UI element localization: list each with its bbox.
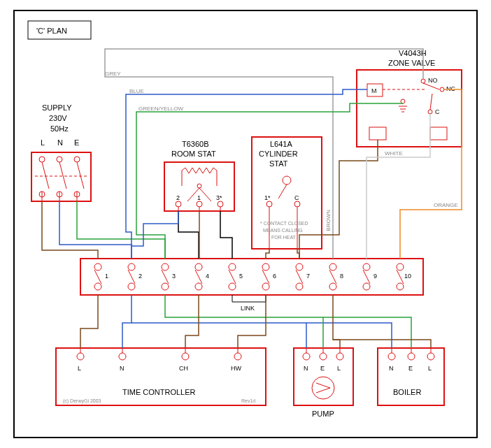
svg-text:4: 4 xyxy=(206,273,209,280)
pump-block: N E L PUMP xyxy=(294,348,353,418)
svg-point-30 xyxy=(176,201,181,207)
svg-text:10: 10 xyxy=(404,273,411,280)
svg-point-94 xyxy=(296,283,303,290)
svg-point-90 xyxy=(262,263,269,270)
svg-point-123 xyxy=(234,353,241,360)
svg-point-45 xyxy=(266,201,272,207)
supply-block: SUPPLY 230V 50Hz L N E xyxy=(31,103,91,201)
svg-point-93 xyxy=(296,263,303,270)
svg-point-76 xyxy=(94,283,101,290)
svg-line-89 xyxy=(229,270,236,284)
svg-text:(c) DerwyGi 2003: (c) DerwyGi 2003 xyxy=(63,398,101,404)
svg-point-96 xyxy=(329,263,336,270)
cylinder-stat-block: L641A CYLINDER STAT 1* C * CONTACT CLOSE… xyxy=(252,137,322,249)
svg-text:C: C xyxy=(294,194,299,201)
room-stat-block: T6360B ROOM STAT 2 1 3* xyxy=(164,140,234,211)
svg-text:2: 2 xyxy=(176,194,180,201)
svg-point-79 xyxy=(128,283,135,290)
svg-line-17 xyxy=(77,162,84,189)
boiler-block: N E L BOILER xyxy=(378,348,444,405)
svg-point-75 xyxy=(94,263,101,270)
svg-line-15 xyxy=(42,162,49,189)
svg-point-73 xyxy=(401,99,405,103)
svg-point-10 xyxy=(57,157,62,162)
svg-point-82 xyxy=(162,283,169,290)
svg-text:FOR HEAT: FOR HEAT xyxy=(271,235,297,240)
svg-text:8: 8 xyxy=(340,273,343,280)
svg-line-92 xyxy=(262,270,269,284)
svg-text:BLUE: BLUE xyxy=(129,88,144,94)
svg-point-81 xyxy=(162,263,169,270)
svg-text:NC: NC xyxy=(446,85,455,92)
svg-text:E: E xyxy=(74,138,79,147)
svg-point-65 xyxy=(428,110,432,114)
svg-text:T6360B: T6360B xyxy=(182,140,209,148)
svg-point-43 xyxy=(283,176,291,185)
svg-point-149 xyxy=(408,353,415,360)
svg-text:WHITE: WHITE xyxy=(385,150,403,157)
svg-point-84 xyxy=(195,263,202,270)
svg-line-80 xyxy=(128,270,135,284)
svg-text:7: 7 xyxy=(306,273,310,280)
svg-point-9 xyxy=(39,157,45,162)
svg-text:5: 5 xyxy=(239,273,243,280)
svg-text:V4043H: V4043H xyxy=(399,49,427,57)
svg-rect-56 xyxy=(357,70,462,147)
svg-point-99 xyxy=(363,263,370,270)
svg-text:50Hz: 50Hz xyxy=(50,124,69,133)
svg-line-29 xyxy=(199,188,211,201)
svg-text:L: L xyxy=(78,365,81,372)
svg-text:M: M xyxy=(371,87,377,94)
svg-text:TIME CONTROLLER: TIME CONTROLLER xyxy=(122,388,196,396)
svg-text:L: L xyxy=(428,365,432,372)
time-controller-block: L N CH HW TIME CONTROLLER (c) DerwyGi 20… xyxy=(56,348,266,405)
svg-text:3: 3 xyxy=(172,273,176,280)
svg-line-67 xyxy=(430,94,432,110)
svg-text:NO: NO xyxy=(428,77,438,84)
svg-point-120 xyxy=(77,353,84,360)
svg-rect-68 xyxy=(369,127,386,140)
svg-line-77 xyxy=(94,270,101,284)
svg-text:6: 6 xyxy=(273,273,276,280)
svg-line-86 xyxy=(195,270,202,284)
svg-text:* CONTACT CLOSED: * CONTACT CLOSED xyxy=(260,221,308,226)
svg-text:N: N xyxy=(304,365,308,372)
svg-point-148 xyxy=(388,353,395,360)
svg-text:C: C xyxy=(435,108,440,115)
svg-text:STAT: STAT xyxy=(269,159,288,168)
svg-rect-24 xyxy=(164,162,234,211)
svg-text:MEANS CALLING: MEANS CALLING xyxy=(263,228,303,233)
svg-point-88 xyxy=(229,283,236,290)
svg-text:230V: 230V xyxy=(49,114,67,122)
svg-point-102 xyxy=(397,263,404,270)
svg-text:L: L xyxy=(337,365,341,372)
svg-text:E: E xyxy=(408,365,413,372)
svg-text:1: 1 xyxy=(197,194,201,201)
svg-text:ROOM STAT: ROOM STAT xyxy=(171,150,216,158)
svg-text:ORANGE: ORANGE xyxy=(434,202,458,208)
svg-rect-69 xyxy=(430,127,447,140)
svg-point-85 xyxy=(195,283,202,290)
svg-text:N: N xyxy=(57,138,63,147)
diagram-canvas: 'C' PLAN SUPPLY 230V 50Hz L N E T6360B R… xyxy=(0,0,491,448)
svg-point-27 xyxy=(197,184,201,188)
svg-text:1*: 1* xyxy=(264,194,271,201)
svg-text:GREY: GREY xyxy=(105,71,121,77)
svg-text:BOILER: BOILER xyxy=(393,388,421,396)
svg-text:ZONE VALVE: ZONE VALVE xyxy=(388,59,435,67)
svg-text:1: 1 xyxy=(105,273,108,280)
svg-point-78 xyxy=(128,263,135,270)
svg-point-60 xyxy=(421,79,425,83)
svg-point-46 xyxy=(294,201,300,207)
svg-point-97 xyxy=(329,283,336,290)
zone-valve-block: V4043H ZONE VALVE M NO NC C xyxy=(357,49,462,147)
svg-text:CYLINDER: CYLINDER xyxy=(259,150,298,158)
svg-text:LINK: LINK xyxy=(241,305,255,312)
svg-line-64 xyxy=(423,83,439,89)
svg-line-44 xyxy=(278,185,287,198)
svg-line-83 xyxy=(162,270,169,284)
svg-point-136 xyxy=(303,353,310,360)
svg-text:L641A: L641A xyxy=(270,140,292,148)
svg-text:Rev1d: Rev1d xyxy=(241,398,255,403)
svg-text:SUPPLY: SUPPLY xyxy=(42,103,72,112)
